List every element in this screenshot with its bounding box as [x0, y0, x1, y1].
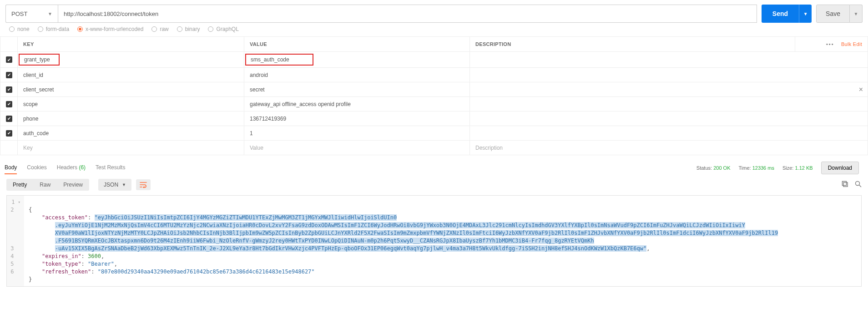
url-input[interactable] [58, 5, 757, 23]
save-options-button[interactable]: ▼ [850, 5, 863, 23]
body-type-selector: none form-data x-www-form-urlencoded raw… [0, 26, 868, 34]
download-button[interactable]: Download [821, 162, 859, 174]
view-pretty[interactable]: Pretty [6, 179, 33, 191]
tab-headers[interactable]: Headers (6) [57, 162, 86, 174]
param-checkbox[interactable]: ✔ [6, 72, 12, 78]
param-value-placeholder[interactable]: Value [250, 145, 263, 151]
caret-down-icon: ▼ [48, 11, 52, 16]
param-value[interactable]: gateway_api offline_access openid profil… [250, 101, 351, 107]
body-type-none[interactable]: none [9, 26, 30, 32]
param-row[interactable]: ✔ scope gateway_api offline_access openi… [0, 97, 868, 111]
tab-test-results[interactable]: Test Results [96, 162, 125, 174]
param-key[interactable]: auth_code [23, 130, 49, 137]
status-value: 200 OK [713, 165, 730, 171]
param-key[interactable]: phone [23, 116, 38, 122]
param-key[interactable]: client_secret [23, 86, 54, 93]
param-checkbox[interactable]: ✔ [6, 130, 12, 137]
param-key[interactable]: scope [23, 101, 38, 107]
more-options-icon[interactable]: ••• [826, 41, 834, 47]
param-row-new[interactable]: Key Value Description [0, 141, 868, 155]
view-raw[interactable]: Raw [33, 179, 57, 191]
time-label: Time: [738, 165, 751, 171]
param-value[interactable]: 136712419369 [250, 116, 286, 122]
param-value[interactable]: sms_auth_code [245, 54, 313, 66]
param-value[interactable]: secret [250, 86, 265, 93]
copy-icon[interactable] [842, 181, 848, 189]
param-key[interactable]: grant_type [19, 54, 60, 66]
response-body-viewer[interactable]: 1 ▾2 3 4 5 6 { "access_token": "eyJhbGci… [6, 195, 862, 287]
param-row[interactable]: ✔ auth_code 1 [0, 126, 868, 141]
col-value: VALUE [244, 37, 470, 52]
time-value: 12336 ms [752, 165, 774, 171]
size-label: Size: [782, 165, 793, 171]
send-options-button[interactable]: ▼ [799, 5, 812, 23]
size-value: 1.12 KB [795, 165, 812, 171]
view-preview[interactable]: Preview [57, 179, 89, 191]
param-row[interactable]: ✔ phone 136712419369 [0, 111, 868, 126]
delete-row-icon[interactable]: × [859, 86, 863, 94]
body-type-graphql[interactable]: GraphQL [208, 26, 238, 32]
param-key-placeholder[interactable]: Key [23, 145, 33, 151]
save-button[interactable]: Save [816, 5, 850, 23]
svg-rect-1 [843, 182, 847, 186]
param-key[interactable]: client_id [23, 72, 43, 78]
param-row[interactable]: ≡✔ client_secret secret × [0, 82, 868, 97]
col-key: KEY [18, 37, 244, 52]
param-checkbox[interactable]: ✔ [6, 56, 12, 63]
col-description: DESCRIPTION [470, 37, 795, 52]
param-row[interactable]: ✔ grant_type sms_auth_code [0, 52, 868, 68]
svg-point-2 [856, 182, 860, 186]
body-type-raw[interactable]: raw [151, 26, 168, 32]
param-checkbox[interactable]: ✔ [6, 86, 12, 93]
search-icon[interactable] [855, 181, 862, 189]
body-type-binary[interactable]: binary [177, 26, 200, 32]
param-row[interactable]: ✔ client_id android [0, 68, 868, 82]
body-type-formdata[interactable]: form-data [38, 26, 69, 32]
format-select[interactable]: JSON▼ [98, 179, 131, 191]
send-button[interactable]: Send [762, 5, 799, 23]
param-checkbox[interactable]: ✔ [6, 101, 12, 107]
http-method-select[interactable]: POST ▼ [5, 5, 58, 23]
http-method-label: POST [11, 10, 27, 17]
svg-rect-0 [843, 182, 848, 187]
line-gutter: 1 ▾2 3 4 5 6 [7, 196, 24, 286]
code-content[interactable]: { "access_token": "eyJhbGciOiJSUzI1NiIsI… [24, 196, 861, 286]
param-desc-placeholder[interactable]: Description [475, 145, 503, 151]
bulk-edit-link[interactable]: Bulk Edit [841, 41, 862, 47]
status-label: Status: [696, 165, 712, 171]
caret-down-icon: ▼ [122, 182, 126, 187]
tab-body[interactable]: Body [5, 162, 17, 174]
body-type-xwww[interactable]: x-www-form-urlencoded [77, 26, 143, 32]
svg-line-3 [859, 185, 862, 187]
params-table: KEY VALUE DESCRIPTION ••• Bulk Edit ✔ gr… [0, 36, 868, 155]
param-value[interactable]: 1 [250, 130, 253, 137]
tab-cookies[interactable]: Cookies [27, 162, 46, 174]
param-value[interactable]: android [250, 72, 268, 78]
param-checkbox[interactable]: ✔ [6, 116, 12, 122]
wrap-icon [140, 182, 147, 188]
wrap-lines-button[interactable] [136, 179, 151, 190]
